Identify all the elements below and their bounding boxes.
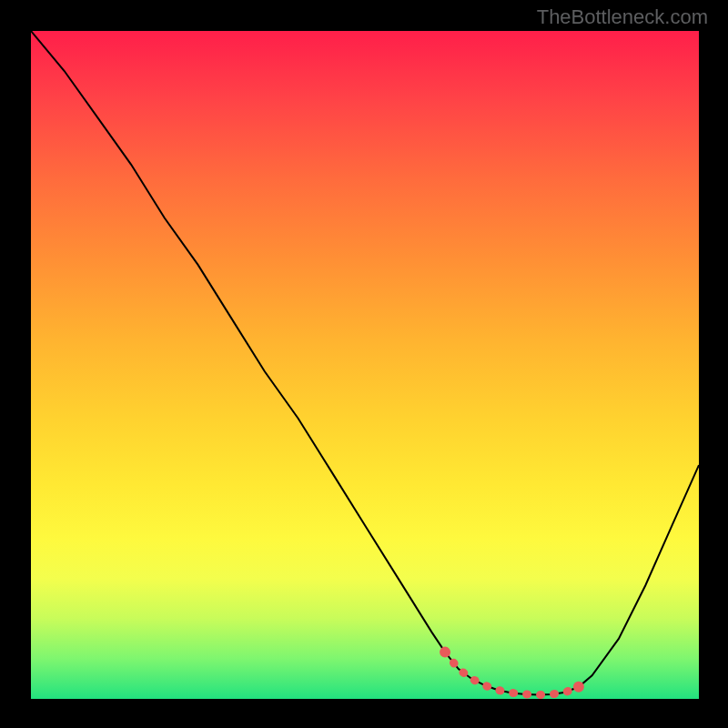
highlight-end-dot bbox=[573, 682, 584, 693]
main-curve-path bbox=[31, 31, 699, 695]
chart-plot-area bbox=[31, 31, 699, 699]
chart-svg bbox=[31, 31, 699, 699]
highlight-curve-path bbox=[445, 652, 579, 695]
highlight-start-dot bbox=[440, 647, 450, 658]
watermark-text: TheBottleneck.com bbox=[537, 5, 708, 29]
